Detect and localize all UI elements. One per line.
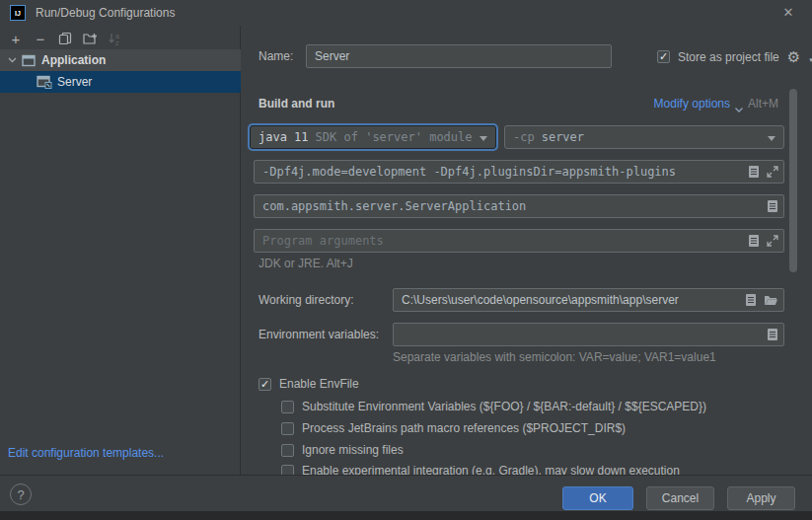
ignore-missing-files-label: Ignore missing files xyxy=(302,443,404,457)
tree-item-label: Application xyxy=(41,53,106,67)
store-as-project-file-checkbox[interactable]: ✓ xyxy=(657,50,670,63)
tree-item-server[interactable]: Server xyxy=(0,71,241,93)
run-debug-configurations-dialog: IJ Run/Debug Configurations ✕ + − az xyxy=(0,0,812,520)
build-and-run-row: Build and run Modify options Alt+M xyxy=(241,97,812,112)
cancel-button[interactable]: Cancel xyxy=(646,486,714,510)
configurations-sidebar: + − az Application Serv xyxy=(0,26,241,475)
application-icon xyxy=(37,75,52,89)
experimental-integration-label: Enable experimental integration (e.g. Gr… xyxy=(302,464,680,475)
program-arguments-row xyxy=(241,229,812,254)
envfile-option-ignore-missing: Ignore missing files xyxy=(281,442,404,458)
title-bar: IJ Run/Debug Configurations ✕ xyxy=(0,0,812,26)
name-label: Name: xyxy=(258,44,293,68)
main-class-field-wrap xyxy=(254,194,784,218)
jre-combobox[interactable]: java 11 SDK of 'server' module xyxy=(250,125,496,149)
modify-options-link[interactable]: Modify options xyxy=(654,97,730,111)
add-icon[interactable]: + xyxy=(8,31,24,46)
close-icon[interactable]: ✕ xyxy=(780,5,796,21)
modify-options-shortcut: Alt+M xyxy=(748,97,778,111)
apply-button[interactable]: Apply xyxy=(727,486,795,510)
svg-text:z: z xyxy=(115,39,119,46)
environment-variables-input[interactable] xyxy=(394,324,783,345)
cp-prefix: -cp xyxy=(513,130,535,144)
experimental-integration-checkbox[interactable] xyxy=(281,465,294,476)
enable-envfile-label: Enable EnvFile xyxy=(279,377,359,391)
jre-annotation: SDK of 'server' module xyxy=(316,130,473,144)
enable-envfile-row: ✓ Enable EnvFile xyxy=(258,376,359,392)
gear-icon[interactable]: ⚙ xyxy=(787,49,800,64)
tree-item-label: Server xyxy=(57,75,92,89)
section-title: Build and run xyxy=(258,97,334,111)
store-as-project-file-label: Store as project file xyxy=(678,50,779,64)
working-directory-input[interactable] xyxy=(394,289,783,311)
jre-hint: JDK or JRE. Alt+J xyxy=(258,257,353,270)
substitute-env-vars-label: Substitute Environment Variables (${FOO}… xyxy=(302,400,706,413)
browse-folder-icon[interactable] xyxy=(764,294,778,306)
sidebar-toolbar: + − az xyxy=(0,28,122,49)
main-class-input[interactable] xyxy=(255,195,783,217)
chevron-down-icon xyxy=(735,102,743,107)
vm-options-input[interactable] xyxy=(255,161,783,183)
background-window-strip xyxy=(0,511,812,520)
sort-alphabetically-icon: az xyxy=(107,31,122,46)
envfile-option-path-macro: Process JetBrains path macro references … xyxy=(281,420,626,436)
vertical-scrollbar[interactable] xyxy=(789,89,797,272)
svg-text:a: a xyxy=(115,33,119,39)
path-macro-checkbox[interactable] xyxy=(281,422,294,435)
modify-options[interactable]: Modify options Alt+M xyxy=(654,97,778,111)
macros-icon[interactable] xyxy=(767,199,778,213)
jre-value: java 11 xyxy=(258,130,309,144)
application-icon xyxy=(22,54,37,67)
macros-icon[interactable] xyxy=(748,165,760,179)
name-field-wrap xyxy=(306,44,612,68)
dropdown-arrow-icon xyxy=(768,136,775,141)
remove-icon[interactable]: − xyxy=(33,31,48,46)
help-icon[interactable]: ? xyxy=(10,483,32,505)
environment-variables-field-wrap xyxy=(393,323,784,346)
expand-field-icon[interactable] xyxy=(767,166,778,178)
envfile-option-experimental: Enable experimental integration (e.g. Gr… xyxy=(281,463,680,475)
macros-icon[interactable] xyxy=(767,328,778,341)
working-directory-label: Working directory: xyxy=(258,288,353,312)
dropdown-arrow-icon xyxy=(480,136,487,141)
dialog-footer: ? OK Cancel Apply xyxy=(0,475,812,511)
name-row: Name: ✓ Store as project file ⚙▾ xyxy=(241,44,812,68)
intellij-logo-icon: IJ xyxy=(10,5,26,21)
dialog-title: Run/Debug Configurations xyxy=(36,6,175,20)
new-folder-icon[interactable] xyxy=(82,31,98,46)
environment-variables-label: Environment variables: xyxy=(258,323,379,346)
combo-row: java 11 SDK of 'server' module -cp serve… xyxy=(241,125,812,151)
envfile-option-substitute: Substitute Environment Variables (${FOO}… xyxy=(281,399,706,414)
environment-variables-row: Environment variables: xyxy=(241,323,812,347)
chevron-down-icon[interactable] xyxy=(5,53,19,67)
program-arguments-field-wrap xyxy=(254,229,784,253)
working-directory-field-wrap xyxy=(393,288,784,312)
copy-icon[interactable] xyxy=(57,31,73,46)
path-macro-label: Process JetBrains path macro references … xyxy=(302,421,626,435)
configuration-form: Name: ✓ Store as project file ⚙▾ Build a… xyxy=(241,26,812,475)
cp-value: server xyxy=(542,130,584,144)
classpath-module-combobox[interactable]: -cp server xyxy=(504,125,784,149)
vm-options-field-wrap xyxy=(254,160,784,184)
working-directory-row: Working directory: xyxy=(241,288,812,313)
macros-icon[interactable] xyxy=(748,234,760,248)
expand-field-icon[interactable] xyxy=(767,235,778,247)
main-class-row xyxy=(241,194,812,219)
ignore-missing-files-checkbox[interactable] xyxy=(281,444,294,457)
substitute-env-vars-checkbox[interactable] xyxy=(281,401,294,413)
ok-button[interactable]: OK xyxy=(562,486,633,510)
edit-configuration-templates-link[interactable]: Edit configuration templates... xyxy=(8,446,164,460)
env-vars-hint: Separate variables with semicolon: VAR=v… xyxy=(393,350,716,364)
tree-item-application[interactable]: Application xyxy=(0,49,241,71)
store-as-project-file-row: ✓ Store as project file ⚙▾ xyxy=(657,49,812,64)
enable-envfile-checkbox[interactable]: ✓ xyxy=(258,378,271,391)
vm-options-row xyxy=(241,160,812,185)
program-arguments-input[interactable] xyxy=(255,230,783,252)
macros-icon[interactable] xyxy=(745,293,757,307)
name-input[interactable] xyxy=(307,45,611,67)
